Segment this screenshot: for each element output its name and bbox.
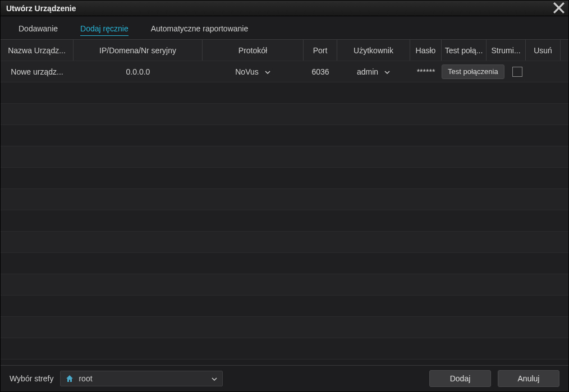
tab-add[interactable]: Dodawanie (19, 22, 58, 36)
col-user: Użytkownik (337, 40, 410, 61)
window-title: Utwórz Urządzenie (6, 4, 76, 13)
table-row-empty (1, 210, 568, 232)
protocol-select[interactable]: NoVus (235, 67, 271, 76)
table-row-empty (1, 104, 568, 125)
table-header: Nazwa Urządz... IP/Domena/Nr seryjny Pro… (1, 40, 568, 61)
table-row: Nowe urządz... 0.0.0.0 NoVus 6036 admin (1, 61, 568, 82)
window-close-button[interactable] (553, 2, 565, 14)
zone-label: Wybór strefy (10, 374, 53, 383)
title-bar: Utwórz Urządzenie (1, 1, 568, 16)
cell-user: admin (337, 61, 410, 82)
table-row-empty (1, 274, 568, 296)
tabs: Dodawanie Dodaj ręcznie Automatyczne rap… (1, 16, 568, 39)
tab-auto-reporting[interactable]: Automatyczne raportowanie (151, 22, 249, 36)
table-row-empty (1, 146, 568, 168)
cell-test: Test połączenia (442, 61, 487, 82)
zone-select[interactable]: root (60, 371, 223, 386)
table-row-empty (1, 232, 568, 253)
user-value: admin (357, 67, 378, 76)
cell-password[interactable]: ****** (410, 61, 442, 82)
table-row-empty (1, 168, 568, 189)
cell-device-name[interactable]: Nowe urządz... (1, 61, 74, 82)
col-protocol: Protokół (203, 40, 304, 61)
col-stream: Strumi... (487, 40, 526, 61)
create-device-window: Utwórz Urządzenie Dodawanie Dodaj ręczni… (0, 0, 569, 392)
home-icon (65, 374, 74, 383)
cancel-button[interactable]: Anuluj (498, 370, 559, 387)
cell-port[interactable]: 6036 (304, 61, 337, 82)
table-row-empty (1, 82, 568, 104)
table-body: Nowe urządz... 0.0.0.0 NoVus 6036 admin (1, 61, 568, 365)
chevron-down-icon (384, 68, 391, 75)
table-row-empty (1, 317, 568, 338)
zone-value: root (79, 374, 92, 383)
cell-delete[interactable] (526, 61, 561, 82)
table-row-empty (1, 253, 568, 274)
table-row-empty (1, 125, 568, 146)
col-device-name: Nazwa Urządz... (1, 40, 74, 61)
cell-ip[interactable]: 0.0.0.0 (74, 61, 203, 82)
chevron-down-icon (211, 375, 218, 382)
col-delete: Usuń (526, 40, 561, 61)
cell-protocol: NoVus (203, 61, 304, 82)
add-button[interactable]: Dodaj (429, 370, 491, 387)
protocol-value: NoVus (235, 67, 259, 76)
device-table: Nazwa Urządz... IP/Domena/Nr seryjny Pro… (1, 39, 568, 366)
col-ip: IP/Domena/Nr seryjny (74, 40, 203, 61)
stream-checkbox[interactable] (512, 67, 522, 77)
table-row-empty (1, 338, 568, 359)
col-test: Test połą... (442, 40, 487, 61)
user-select[interactable]: admin (357, 67, 391, 76)
table-row-empty (1, 296, 568, 317)
footer: Wybór strefy root Dodaj Anuluj (1, 366, 568, 391)
col-password: Hasło (410, 40, 442, 61)
table-row-empty (1, 189, 568, 210)
chevron-down-icon (264, 68, 271, 75)
col-port: Port (304, 40, 337, 61)
tab-add-manually[interactable]: Dodaj ręcznie (80, 22, 129, 36)
test-connection-button[interactable]: Test połączenia (442, 64, 504, 79)
